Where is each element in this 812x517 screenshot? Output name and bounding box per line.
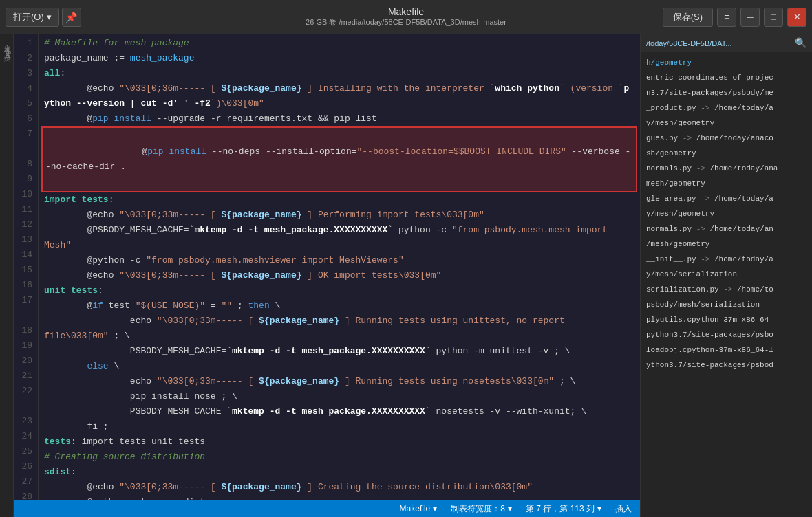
line-11: @PSBODY_MESH_CACHE=`mktemp -d -t mesh_pa… xyxy=(44,223,634,253)
save-button[interactable]: 保存(S) xyxy=(663,8,713,27)
list-item[interactable]: gle_area.py -> /home/today/a xyxy=(641,191,812,206)
title-bar-center: Makefile 26 GB 卷 /media/today/58CE-DF5B/… xyxy=(306,6,506,28)
line-1: # Makefile for mesh package xyxy=(44,36,634,51)
search-icon[interactable]: 🔍 xyxy=(795,37,806,49)
file-title: Makefile xyxy=(388,6,424,17)
list-item[interactable]: mesh/geometry xyxy=(641,176,812,191)
editor-content: 1 2 3 4 5 6 7 8 9 10 11 12 13 14 15 16 1… xyxy=(14,34,640,500)
insert-mode-status[interactable]: 插入 xyxy=(615,503,632,515)
line-27: # Creating source distribution xyxy=(44,450,634,465)
line-16: @if test "$(USE_NOSE)" = "" ; then \ xyxy=(44,298,634,314)
filetype-dropdown-icon: ▾ xyxy=(433,504,437,514)
right-panel: /today/58CE-DF5B/DAT... 🔍 h/geometry ent… xyxy=(640,34,812,517)
line-2: package_name := mesh_package xyxy=(44,51,634,66)
line-23: fi ; xyxy=(44,419,634,434)
line-25: tests: import_tests unit_tests xyxy=(44,434,634,450)
open-label: 打开(O) xyxy=(13,11,44,23)
list-item[interactable]: h/geometry xyxy=(641,55,812,70)
left-sidebar: 主 视 文 其 是 xyxy=(0,34,14,517)
list-item[interactable]: /mesh/geometry xyxy=(641,236,812,252)
cursor-status[interactable]: 第 7 行，第 113 列 ▾ xyxy=(526,503,601,515)
list-item[interactable]: entric_coordinates_of_projec xyxy=(641,70,812,85)
list-item[interactable]: sh/geometry xyxy=(641,146,812,161)
line-13: @echo "\033[0;33m----- [ ${package_name}… xyxy=(44,268,634,283)
list-item[interactable]: normals.py -> /home/today/ana xyxy=(641,161,812,176)
editor-container[interactable]: 1 2 3 4 5 6 7 8 9 10 11 12 13 14 15 16 1… xyxy=(14,34,640,517)
line-4: all: xyxy=(44,66,634,81)
line-21: pip install nose ; \ xyxy=(44,389,634,404)
open-dropdown-icon: ▾ xyxy=(47,12,52,22)
pin-button[interactable]: 📌 xyxy=(62,8,81,27)
right-panel-list[interactable]: h/geometry entric_coordinates_of_projec … xyxy=(641,52,812,517)
list-item[interactable]: gues.py -> /home/today/anaco xyxy=(641,131,812,146)
file-path: 26 GB 卷 /media/today/58CE-DF5B/DATA_3D/m… xyxy=(306,17,506,28)
list-item[interactable]: y/mesh/geometry xyxy=(641,116,812,131)
line-numbers: 1 2 3 4 5 6 7 8 9 10 11 12 13 14 15 16 1… xyxy=(14,34,39,500)
list-item[interactable]: normals.py -> /home/today/an xyxy=(641,221,812,236)
code-area[interactable]: # Makefile for mesh package package_name… xyxy=(39,34,640,500)
list-item[interactable]: loadobj.cpython-37m-x86_64-l xyxy=(641,342,812,358)
line-10: @echo "\033[0;33m----- [ ${package_name}… xyxy=(44,208,634,223)
list-item[interactable]: ython3.7/site-packages/psbod xyxy=(641,358,812,373)
tabwidth-label: 制表符宽度：8 xyxy=(451,503,505,515)
line-6: @pip install --upgrade -r requirements.t… xyxy=(44,111,634,126)
filetype-status[interactable]: Makefile ▾ xyxy=(400,504,438,514)
filetype-label: Makefile xyxy=(400,504,431,514)
line-28: sdist: xyxy=(44,465,634,480)
list-item[interactable]: __init__.py -> /home/today/a xyxy=(641,252,812,267)
status-bar: Makefile ▾ 制表符宽度：8 ▾ 第 7 行，第 113 列 ▾ 插入 xyxy=(14,500,640,517)
title-bar: 打开(O) ▾ 📌 Makefile 26 GB 卷 /media/today/… xyxy=(0,0,812,34)
list-item[interactable]: psbody/mesh/serialization xyxy=(641,297,812,312)
line-18: PSBODY_MESH_CACHE=`mktemp -d -t mesh_pac… xyxy=(44,344,634,359)
menu-button[interactable]: ≡ xyxy=(717,8,736,27)
cursor-pos-label: 第 7 行，第 113 列 xyxy=(526,503,595,515)
line-19: else \ xyxy=(44,359,634,374)
open-button[interactable]: 打开(O) ▾ xyxy=(6,8,59,27)
line-12: @python -c "from psbody.mesh.meshviewer … xyxy=(44,253,634,268)
tabwidth-status[interactable]: 制表符宽度：8 ▾ xyxy=(451,503,512,515)
list-item[interactable]: n3.7/site-packages/psbody/me xyxy=(641,85,812,100)
line-29: @echo "\033[0;33m----- [ ${package_name}… xyxy=(44,480,634,495)
line-22: PSBODY_MESH_CACHE=`mktemp -d -t mesh_pac… xyxy=(44,404,634,419)
title-bar-right: 保存(S) ≡ ─ □ ✕ xyxy=(663,8,806,27)
list-item[interactable]: python3.7/site-packages/psbo xyxy=(641,327,812,342)
main-area: 主 视 文 其 是 1 2 3 4 5 6 7 8 9 10 11 12 13 xyxy=(0,34,812,517)
line-17: echo "\033[0;33m----- [ ${package_name} … xyxy=(44,314,634,344)
line-9: import_tests: xyxy=(44,192,634,208)
line-15: unit_tests: xyxy=(44,283,634,298)
insert-mode-label: 插入 xyxy=(615,503,632,515)
list-item[interactable]: _product.py -> /home/today/a xyxy=(641,100,812,116)
line-7-highlighted: @pip install --no-deps --install-option=… xyxy=(41,126,637,192)
list-item[interactable]: plyutils.cpython-37m-x86_64- xyxy=(641,312,812,327)
right-panel-path: /today/58CE-DF5B/DAT... xyxy=(646,39,732,47)
line-5: @echo "\033[0;36m----- [ ${package_name}… xyxy=(44,81,634,111)
list-item[interactable]: y/mesh/geometry xyxy=(641,206,812,221)
tabwidth-dropdown-icon: ▾ xyxy=(508,504,512,514)
list-item[interactable]: serialization.py -> /home/to xyxy=(641,282,812,297)
cursor-dropdown-icon: ▾ xyxy=(597,504,601,514)
maximize-button[interactable]: □ xyxy=(764,8,783,27)
line-20: echo "\033[0;33m----- [ ${package_name} … xyxy=(44,374,634,389)
close-button[interactable]: ✕ xyxy=(787,8,806,27)
title-bar-left: 打开(O) ▾ 📌 xyxy=(6,8,81,27)
right-panel-header: /today/58CE-DF5B/DAT... 🔍 xyxy=(641,34,812,52)
minimize-button[interactable]: ─ xyxy=(740,8,760,27)
list-item[interactable]: y/mesh/serialization xyxy=(641,267,812,282)
line-30: @python setup.py sdist xyxy=(44,495,634,500)
